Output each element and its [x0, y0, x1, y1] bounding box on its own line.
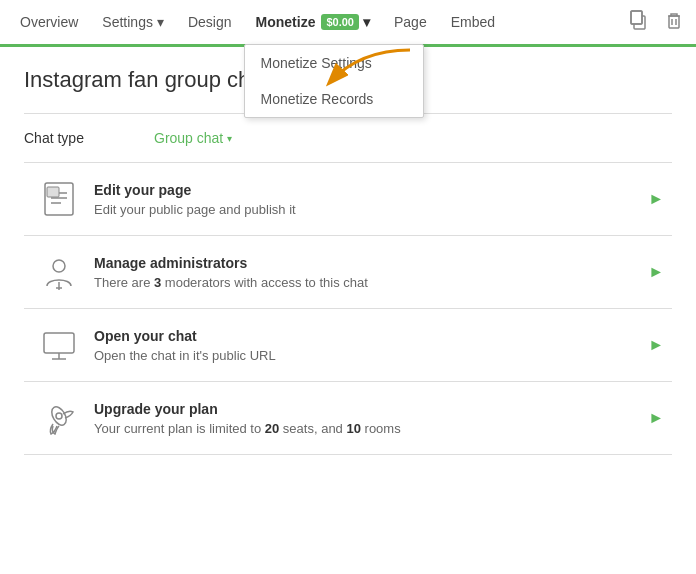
manage-admins-icon: [24, 252, 94, 292]
edit-page-arrow: ►: [648, 190, 672, 208]
upgrade-plan-icon: [24, 398, 94, 438]
nav-item-embed[interactable]: Embed: [439, 0, 507, 44]
chevron-down-icon-monetize: ▾: [363, 14, 370, 30]
edit-page-desc: Edit your public page and publish it: [94, 202, 648, 217]
open-chat-content: Open your chat Open the chat in it's pub…: [94, 328, 648, 363]
nav-label-page: Page: [394, 14, 427, 30]
svg-rect-16: [44, 333, 74, 353]
chat-type-chevron: ▾: [227, 133, 232, 144]
nav-item-design[interactable]: Design: [176, 0, 244, 44]
manage-admins-arrow: ►: [648, 263, 672, 281]
dropdown-item-monetize-settings[interactable]: Monetize Settings: [245, 45, 423, 81]
list-item-manage-admins[interactable]: Manage administrators There are 3 modera…: [24, 236, 672, 309]
edit-page-title: Edit your page: [94, 182, 648, 198]
svg-rect-11: [47, 187, 59, 197]
svg-point-20: [56, 413, 62, 419]
list-item-upgrade-plan[interactable]: Upgrade your plan Your current plan is l…: [24, 382, 672, 455]
dropdown-item-monetize-records[interactable]: Monetize Records: [245, 81, 423, 117]
edit-page-content: Edit your page Edit your public page and…: [94, 182, 648, 217]
manage-admins-desc: There are 3 moderators with access to th…: [94, 275, 648, 290]
chat-type-row: Chat type Group chat ▾: [24, 114, 672, 163]
copy-icon[interactable]: [624, 6, 652, 39]
upgrade-plan-content: Upgrade your plan Your current plan is l…: [94, 401, 648, 436]
monetize-dropdown-container: Monetize $0.00 ▾ Monetize Settings Monet…: [244, 0, 382, 44]
nav-label-settings: Settings: [102, 14, 153, 30]
manage-admins-content: Manage administrators There are 3 modera…: [94, 255, 648, 290]
manage-admins-title: Manage administrators: [94, 255, 648, 271]
nav-label-embed: Embed: [451, 14, 495, 30]
chevron-down-icon: ▾: [157, 14, 164, 30]
upgrade-plan-title: Upgrade your plan: [94, 401, 648, 417]
chat-type-selector[interactable]: Group chat ▾: [154, 130, 232, 146]
upgrade-plan-desc: Your current plan is limited to 20 seats…: [94, 421, 648, 436]
open-chat-icon: [24, 325, 94, 365]
nav-item-monetize[interactable]: Monetize $0.00 ▾: [244, 0, 382, 47]
chat-type-value-text: Group chat: [154, 130, 223, 146]
open-chat-arrow: ►: [648, 336, 672, 354]
list-item-open-chat[interactable]: Open your chat Open the chat in it's pub…: [24, 309, 672, 382]
monetize-badge: $0.00: [321, 14, 359, 30]
trash-icon[interactable]: [660, 6, 688, 39]
svg-rect-1: [631, 11, 642, 24]
list-item-edit-page[interactable]: Edit your page Edit your public page and…: [24, 163, 672, 236]
nav-item-page[interactable]: Page: [382, 0, 439, 44]
svg-point-12: [53, 260, 65, 272]
nav-label-overview: Overview: [20, 14, 78, 30]
top-navigation: Overview Settings ▾ Design Monetize $0.0…: [0, 0, 696, 47]
chat-type-label: Chat type: [24, 130, 154, 146]
nav-item-settings[interactable]: Settings ▾: [90, 0, 176, 44]
nav-item-overview[interactable]: Overview: [8, 0, 90, 44]
nav-icon-group: [624, 6, 688, 39]
open-chat-desc: Open the chat in it's public URL: [94, 348, 648, 363]
edit-page-icon: [24, 179, 94, 219]
monetize-dropdown-menu: Monetize Settings Monetize Records: [244, 44, 424, 118]
upgrade-plan-arrow: ►: [648, 409, 672, 427]
open-chat-title: Open your chat: [94, 328, 648, 344]
nav-label-design: Design: [188, 14, 232, 30]
svg-rect-3: [669, 16, 679, 28]
nav-label-monetize: Monetize: [256, 14, 316, 30]
